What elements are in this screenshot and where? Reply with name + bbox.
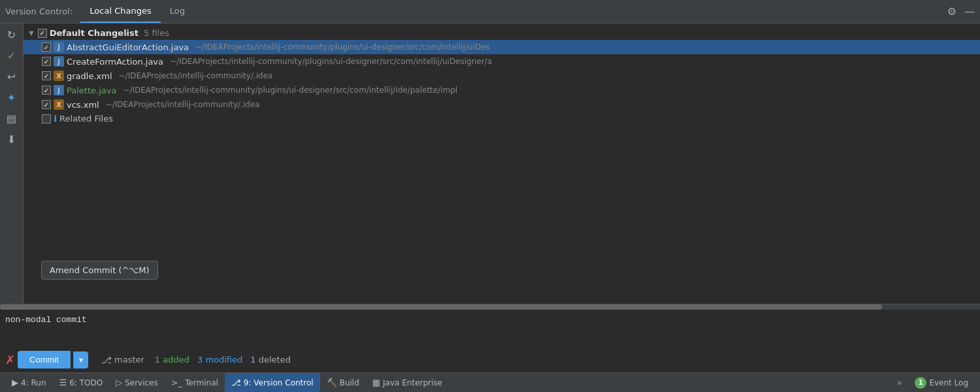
revert-button[interactable]: ↩	[3, 68, 20, 85]
build-label: Build	[340, 378, 359, 387]
commit-dropdown-button[interactable]: ▾	[73, 351, 88, 368]
todo-label: 6: TODO	[69, 378, 103, 387]
changelist-checkbox[interactable]	[38, 29, 47, 38]
changelist-name: Default Changelist	[50, 28, 139, 38]
status-terminal[interactable]: >_ Terminal	[165, 373, 225, 392]
download-button[interactable]: ⬇	[3, 131, 20, 148]
minimize-icon[interactable]: —	[964, 5, 975, 18]
file-path: ~/IDEAProjects/intellij-community/plugin…	[195, 42, 490, 52]
commit-message-input[interactable]: non-modal commit	[5, 312, 975, 345]
file-path: ~/IDEAProjects/intellij-community/.idea	[119, 71, 273, 80]
tab-bar: Version Control: Local Changes Log ⚙ —	[0, 0, 980, 24]
file-path: ~/IDEAProjects/intellij-community/plugin…	[170, 57, 492, 66]
java-enterprise-label: Java Enterprise	[383, 378, 442, 387]
stat-deleted: 1 deleted	[250, 355, 291, 365]
file-checkbox[interactable]	[42, 100, 51, 109]
file-name: Palette.java	[67, 86, 116, 95]
related-files-row[interactable]: ℹ Related Files	[24, 112, 980, 125]
terminal-label: Terminal	[185, 378, 218, 387]
version-control-label: Version Control:	[5, 7, 73, 16]
java-file-icon: J	[54, 85, 64, 95]
status-chevrons[interactable]: »	[890, 373, 908, 392]
file-tree-area: ▼ Default Changelist 5 files J AbstractG…	[24, 24, 980, 304]
scroll-thumb	[0, 304, 882, 310]
tab-local-changes[interactable]: Local Changes	[80, 0, 160, 23]
file-row[interactable]: X vcs.xml ~/IDEAProjects/intellij-commun…	[24, 97, 980, 112]
changelist-count: 5 files	[144, 28, 169, 38]
commit-row: ✗ Commit ▾ ⎇ master 1 added 3 modified 1…	[0, 347, 980, 372]
status-version-control[interactable]: ⎇ 9: Version Control	[225, 373, 320, 392]
stat-added: 1 added	[155, 355, 189, 365]
red-x-icon: ✗	[5, 353, 15, 367]
commit-button[interactable]: Commit	[18, 351, 71, 368]
commit-message-area: non-modal commit	[0, 310, 980, 347]
file-checkbox[interactable]	[42, 86, 51, 95]
scroll-track[interactable]	[0, 304, 980, 310]
content-wrapper: ↻ ✓ ↩ ✦ ▤ ⬇ ▼ Default Changelist 5 files…	[0, 24, 980, 304]
file-checkbox[interactable]	[42, 42, 51, 52]
chevrons-icon: »	[897, 378, 902, 387]
refresh-button[interactable]: ↻	[3, 26, 20, 43]
file-name: AbstractGuiEditorAction.java	[67, 42, 189, 52]
stat-modified: 3 modified	[197, 355, 242, 365]
file-path: ~/IDEAProjects/intellij-community/.idea	[106, 100, 260, 109]
status-build[interactable]: 🔨 Build	[320, 373, 366, 392]
xml-file-icon: X	[54, 71, 64, 81]
settings-icon[interactable]: ⚙	[947, 5, 956, 18]
branch-icon: ⎇	[101, 355, 112, 365]
related-checkbox[interactable]	[42, 114, 51, 123]
check-button[interactable]: ✓	[3, 47, 20, 64]
file-path: ~/IDEAProjects/intellij-community/plugin…	[123, 86, 457, 95]
vc-icon: ⎇	[231, 378, 241, 387]
collapse-arrow: ▼	[29, 29, 34, 37]
file-row[interactable]: X gradle.xml ~/IDEAProjects/intellij-com…	[24, 69, 980, 83]
tab-bar-actions: ⚙ —	[947, 5, 975, 18]
left-toolbar: ↻ ✓ ↩ ✦ ▤ ⬇	[0, 24, 24, 304]
event-log-badge: 1	[915, 377, 926, 389]
file-row[interactable]: J CreateFormAction.java ~/IDEAProjects/i…	[24, 54, 980, 69]
status-services[interactable]: ▷ Services	[109, 373, 165, 392]
branch-name: master	[114, 355, 144, 365]
tree-content: ▼ Default Changelist 5 files J AbstractG…	[24, 24, 980, 304]
terminal-icon: >_	[171, 378, 182, 387]
status-bar: ▶ 4: Run ☰ 6: TODO ▷ Services >_ Termina…	[0, 372, 980, 392]
file-row[interactable]: J Palette.java ~/IDEAProjects/intellij-c…	[24, 83, 980, 97]
comment-button[interactable]: ▤	[3, 110, 20, 127]
file-checkbox[interactable]	[42, 57, 51, 66]
status-event-log[interactable]: 1 Event Log	[908, 373, 975, 392]
services-label: Services	[125, 378, 158, 387]
run-label: 4: Run	[21, 378, 46, 387]
changelist-row[interactable]: ▼ Default Changelist 5 files	[24, 26, 980, 40]
file-name: gradle.xml	[67, 71, 112, 81]
file-checkbox[interactable]	[42, 71, 51, 80]
status-java-enterprise[interactable]: ▦ Java Enterprise	[366, 373, 449, 392]
file-name: CreateFormAction.java	[67, 57, 163, 67]
run-icon: ▶	[12, 378, 18, 387]
status-run[interactable]: ▶ 4: Run	[5, 373, 53, 392]
java-enterprise-icon: ▦	[372, 378, 380, 387]
file-row[interactable]: J AbstractGuiEditorAction.java ~/IDEAPro…	[24, 40, 980, 54]
tab-log[interactable]: Log	[161, 0, 194, 23]
services-icon: ▷	[116, 378, 122, 387]
diff-button[interactable]: ✦	[3, 89, 20, 106]
event-log-label: Event Log	[929, 378, 968, 387]
build-icon: 🔨	[327, 378, 337, 387]
xml-file-icon: X	[54, 99, 64, 110]
bottom-area: non-modal commit ✗ Commit ▾ ⎇ master 1 a…	[0, 304, 980, 372]
commit-left: ✗ Commit ▾	[5, 351, 88, 368]
java-file-icon: J	[54, 56, 64, 67]
todo-icon: ☰	[59, 378, 67, 387]
related-label: Related Files	[59, 114, 113, 123]
file-name: vcs.xml	[67, 100, 99, 110]
status-todo[interactable]: ☰ 6: TODO	[53, 373, 110, 392]
vc-label: 9: Version Control	[244, 378, 314, 387]
branch-info: ⎇ master 1 added 3 modified 1 deleted	[101, 355, 291, 365]
info-icon: ℹ	[54, 114, 57, 123]
java-file-icon: J	[54, 42, 64, 52]
